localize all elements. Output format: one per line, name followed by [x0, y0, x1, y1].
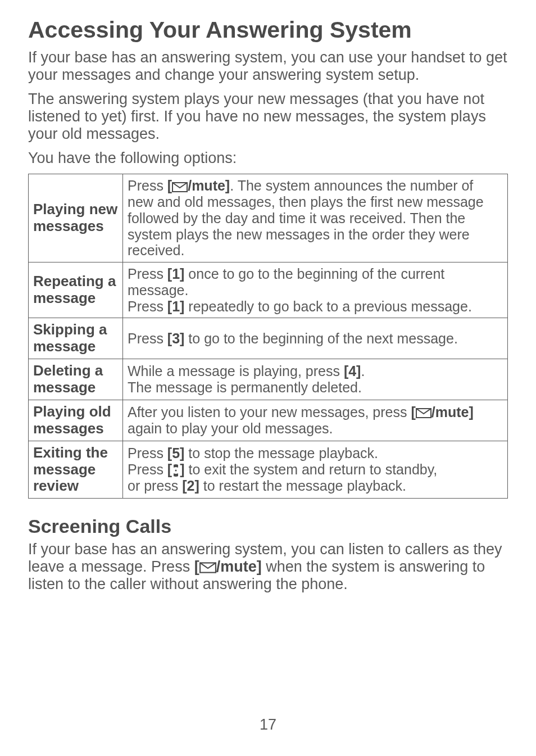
row-desc-deleting: While a message is playing, press [4]. T…: [123, 359, 508, 400]
envelope-icon: [199, 562, 216, 573]
row-desc-playing-old: After you listen to your new messages, p…: [123, 400, 508, 441]
row-label-skipping: Skipping a message: [29, 318, 123, 359]
phone-off-icon: [172, 464, 180, 477]
screening-paragraph: If your base has an answering system, yo…: [28, 541, 508, 593]
row-desc-skipping: Press [3] to go to the beginning of the …: [123, 318, 508, 359]
intro-paragraph-1: If your base has an answering system, yo…: [28, 49, 508, 84]
row-label-repeating: Repeating a message: [29, 262, 123, 318]
row-desc-exiting: Press [5] to stop the message playback. …: [123, 441, 508, 499]
page-title: Accessing Your Answering System: [28, 17, 508, 43]
row-label-playing-old: Playing old messages: [29, 400, 123, 441]
section-title-screening: Screening Calls: [28, 515, 508, 537]
options-table: Playing new messages Press [/mute]. The …: [28, 174, 508, 499]
svg-point-2: [175, 470, 177, 472]
table-row: Exiting the message review Press [5] to …: [29, 441, 508, 499]
row-desc-playing-new: Press [/mute]. The system announces the …: [123, 174, 508, 262]
table-row: Repeating a message Press [1] once to go…: [29, 262, 508, 318]
table-row: Playing new messages Press [/mute]. The …: [29, 174, 508, 262]
row-desc-repeating: Press [1] once to go to the beginning of…: [123, 262, 508, 318]
intro-paragraph-3: You have the following options:: [28, 150, 508, 167]
page-number: 17: [0, 716, 536, 734]
table-row: Skipping a message Press [3] to go to th…: [29, 318, 508, 359]
envelope-icon: [416, 408, 431, 418]
row-label-exiting: Exiting the message review: [29, 441, 123, 499]
table-row: Playing old messages After you listen to…: [29, 400, 508, 441]
envelope-icon: [172, 182, 188, 192]
row-label-deleting: Deleting a message: [29, 359, 123, 400]
intro-paragraph-2: The answering system plays your new mess…: [28, 90, 508, 143]
table-row: Deleting a message While a message is pl…: [29, 359, 508, 400]
row-label-playing-new: Playing new messages: [29, 174, 123, 262]
